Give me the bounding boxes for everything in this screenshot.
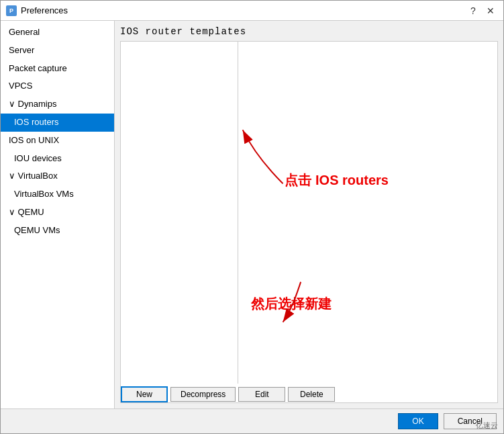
ok-button[interactable]: OK xyxy=(398,413,438,429)
sidebar-item-qemu-vms[interactable]: QEMU VMs xyxy=(1,222,114,240)
sidebar-item-packet-capture[interactable]: Packet capture xyxy=(1,60,114,78)
sidebar-item-iou-devices[interactable]: IOU devices xyxy=(1,150,114,168)
annotation-arrows xyxy=(238,42,497,384)
edit-button[interactable]: Edit xyxy=(238,387,285,402)
sidebar-item-general[interactable]: General xyxy=(1,24,114,42)
sidebar-item-ios-routers[interactable]: IOS routers xyxy=(1,114,114,132)
dialog-footer: OK Cancel 亿速云 xyxy=(1,408,503,433)
content-area: General Server Packet capture VPCS ∨ Dyn… xyxy=(1,21,503,408)
delete-button[interactable]: Delete xyxy=(288,387,335,402)
annotation-container: 点击 IOS routers 然后选择新建 xyxy=(238,42,497,384)
panel-action-buttons: New Decompress Edit Delete xyxy=(121,384,497,402)
sidebar-item-virtualbox-vms[interactable]: VirtualBox VMs xyxy=(1,185,114,204)
new-button[interactable]: New xyxy=(121,386,168,402)
split-pane: 点击 IOS routers 然后选择新建 xyxy=(121,42,497,384)
sidebar-item-qemu[interactable]: ∨ QEMU xyxy=(1,204,114,222)
annotation-click-text: 点击 IOS routers xyxy=(285,171,388,189)
watermark: 亿速云 xyxy=(476,421,498,431)
help-button[interactable]: ? xyxy=(466,3,481,18)
close-button[interactable]: ✕ xyxy=(483,3,498,18)
svg-text:P: P xyxy=(9,7,13,14)
decompress-button[interactable]: Decompress xyxy=(170,387,236,402)
main-panel: IOS router templates 点击 IOS routers 然后选择… xyxy=(115,21,503,408)
preferences-window: P Preferences ? ✕ General Server Packet … xyxy=(0,0,504,434)
templates-list[interactable] xyxy=(121,42,238,384)
title-bar: P Preferences ? ✕ xyxy=(1,1,503,21)
annotation-then-text: 然后选择新建 xyxy=(251,295,332,313)
sidebar-item-server[interactable]: Server xyxy=(1,42,114,60)
sidebar-item-dynamips[interactable]: ∨ Dynamips xyxy=(1,95,114,114)
template-details: 点击 IOS routers 然后选择新建 xyxy=(238,42,497,384)
sidebar-item-ios-on-unix[interactable]: IOS on UNIX xyxy=(1,132,114,150)
sidebar-item-virtualbox[interactable]: ∨ VirtualBox xyxy=(1,167,114,185)
panel-body: 点击 IOS routers 然后选择新建 xyxy=(120,41,498,403)
app-icon: P xyxy=(6,5,17,16)
sidebar-item-vpcs[interactable]: VPCS xyxy=(1,77,114,95)
window-title: Preferences xyxy=(21,5,68,15)
title-bar-controls: ? ✕ xyxy=(466,3,498,18)
panel-title: IOS router templates xyxy=(120,26,498,37)
title-bar-left: P Preferences xyxy=(6,5,68,16)
sidebar: General Server Packet capture VPCS ∨ Dyn… xyxy=(1,21,115,408)
